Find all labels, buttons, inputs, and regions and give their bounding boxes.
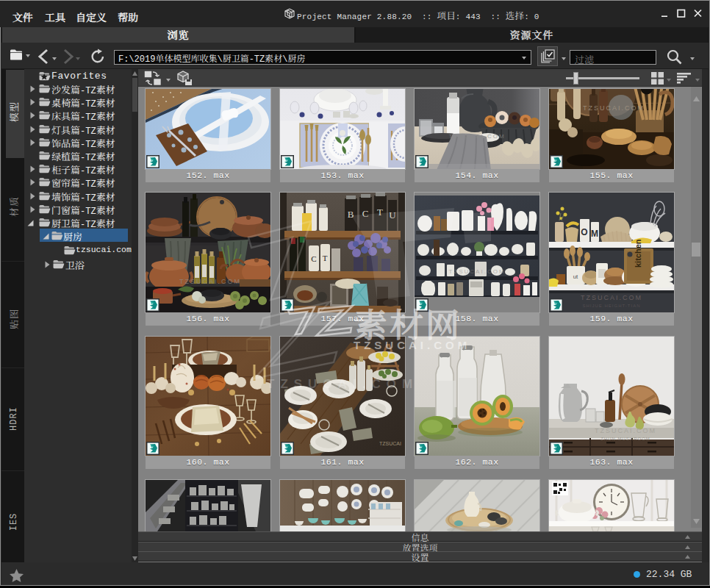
svg-text:TZSUCAI.COM: TZSUCAI.COM (583, 104, 645, 112)
svg-text:TZSUCAI.COM: TZSUCAI.COM (595, 427, 656, 434)
svg-text:C: C (362, 208, 369, 219)
svg-text:T: T (323, 254, 328, 262)
svg-text:TZSUCAI: TZSUCAI (379, 441, 401, 446)
svg-text:TZSUCAI.COM: TZSUCAI.COM (179, 278, 241, 285)
svg-text:TZSUCAI.COM: TZSUCAI.COM (581, 294, 642, 301)
svg-text:C: C (311, 254, 316, 263)
svg-text:M: M (591, 229, 598, 239)
svg-text:kitchen: kitchen (634, 239, 642, 268)
svg-text:TZSUCAI.COM: TZSUCAI.COM (448, 268, 505, 275)
svg-text:ut: ut (573, 273, 578, 280)
svg-text:O: O (581, 227, 587, 237)
svg-text:B: B (348, 209, 354, 220)
svg-text:T: T (377, 207, 383, 218)
svg-text:U: U (389, 209, 396, 220)
svg-text:SHIJUE.HEIGHT-TIAN: SHIJUE.HEIGHT-TIAN (582, 304, 640, 308)
svg-text:TZSUCAI.COM: TZSUCAI.COM (448, 133, 505, 140)
svg-text:ZHUN.MUSHROOM: ZHUN.MUSHROOM (600, 437, 650, 441)
